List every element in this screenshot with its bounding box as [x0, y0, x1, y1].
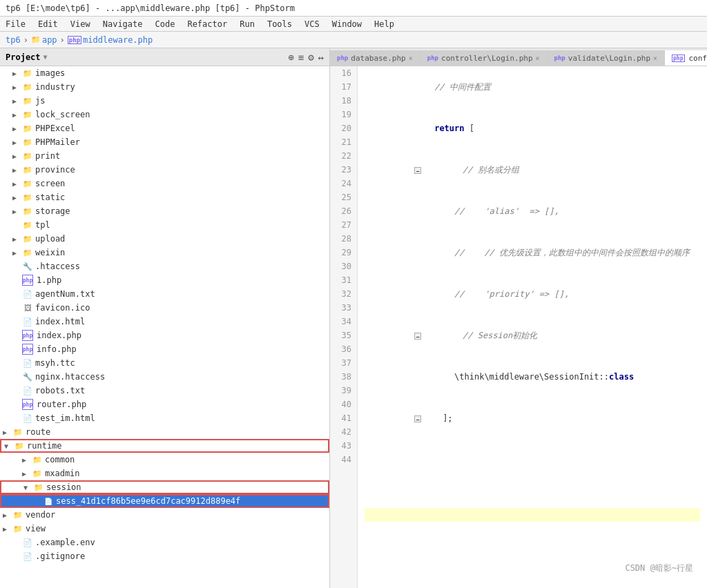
sess-file[interactable]: 📄 sess_41d1cf86b5ee9e6cd7cac9912d889e4f [0, 494, 329, 508]
list-item[interactable]: 🖼 favicon.ico [0, 301, 329, 315]
list-item[interactable]: ▶ 📁 screen [0, 177, 329, 190]
list-item[interactable]: ▶ 📁 PHPMailer [0, 135, 329, 149]
list-item[interactable]: ▶ 📁 vendor [0, 508, 329, 522]
arrow-icon: ▶ [3, 511, 12, 519]
file-label: sess_41d1cf86b5ee9e6cd7cac9912d889e4f [56, 496, 240, 506]
list-item[interactable]: 🔧 .htaccess [0, 259, 329, 273]
list-item[interactable]: php 1.php [0, 273, 329, 287]
folder-label: runtime [27, 441, 62, 451]
txt-file-icon: 📄 [22, 385, 33, 396]
arrow-icon: ▶ [12, 139, 22, 146]
list-item[interactable]: ▶ 📁 storage [0, 204, 329, 218]
close-icon[interactable]: × [409, 55, 413, 62]
list-item[interactable]: 📄 .gitignore [0, 549, 329, 563]
list-item[interactable]: 📁 tpl [0, 218, 329, 232]
sync-icon[interactable]: ≡ [298, 52, 304, 63]
tab-database[interactable]: php database.php × [330, 50, 420, 66]
list-item[interactable]: ▶ 📁 upload [0, 232, 329, 246]
file-label: nginx.htaccess [35, 372, 105, 382]
arrow-icon [12, 387, 22, 395]
arrow-icon: ▶ [12, 249, 22, 257]
menu-view[interactable]: View [68, 19, 93, 30]
folder-label: lock_screen [35, 110, 90, 119]
fold-marker-24[interactable]: − [414, 415, 421, 422]
settings-icon[interactable]: ⚙ [308, 52, 313, 63]
tab-label: database.php [351, 54, 405, 63]
menu-code[interactable]: Code [153, 19, 178, 30]
font-file-icon: 📄 [22, 357, 33, 369]
file-label: robots.txt [35, 386, 85, 395]
list-item[interactable]: 📄 .example.env [0, 536, 329, 549]
runtime-folder[interactable]: ▼ 📁 runtime [0, 439, 329, 453]
folder-label: common [45, 455, 75, 464]
list-item[interactable]: ▶ 📁 PHPExcel [0, 121, 329, 135]
arrow-icon [12, 373, 22, 381]
list-item[interactable]: ▶ 📁 common [0, 453, 329, 467]
code-line-17: return [ [365, 108, 700, 149]
tab-login-validate[interactable]: php validate\Login.php × [548, 50, 666, 66]
list-item[interactable]: ▶ 📁 weixin [0, 246, 329, 259]
list-item[interactable]: php router.php [0, 398, 329, 411]
file-label: test_im.html [35, 413, 95, 423]
list-item[interactable]: ▶ 📁 static [0, 190, 329, 204]
file-label: favicon.ico [35, 303, 90, 313]
menu-help[interactable]: Help [371, 19, 397, 30]
line-num-28: 28 [336, 232, 351, 246]
menu-file[interactable]: File [3, 19, 28, 30]
session-folder[interactable]: ▼ 📁 session [0, 480, 329, 494]
menu-window[interactable]: Window [329, 19, 365, 30]
menu-tools[interactable]: Tools [264, 19, 295, 30]
file-icon: 📄 [43, 496, 54, 507]
line-num-36: 36 [336, 342, 351, 356]
line-num-26: 26 [336, 204, 351, 218]
breadcrumb-app[interactable]: app [42, 35, 57, 45]
add-icon[interactable]: ⊕ [288, 52, 293, 63]
list-item[interactable]: 📄 index.html [0, 315, 329, 329]
php-tab-icon: php [672, 55, 684, 62]
list-item[interactable]: ▶ 📁 province [0, 163, 329, 177]
list-item[interactable]: ▶ 📁 images [0, 66, 329, 80]
breadcrumb-tp6[interactable]: tp6 [6, 35, 21, 45]
tab-login-controller[interactable]: php controller\Login.php × [420, 50, 548, 66]
list-item[interactable]: ▶ 📁 print [0, 149, 329, 163]
folder-label: industry [35, 82, 75, 92]
menu-navigate[interactable]: Navigate [100, 19, 146, 30]
breadcrumb: tp6 › 📁 app › php middleware.php [0, 32, 707, 48]
folder-icon: 📁 [22, 219, 33, 231]
fold-marker-18[interactable]: − [414, 167, 421, 174]
line-num-20: 20 [336, 121, 351, 135]
fold-marker-22[interactable]: − [414, 333, 421, 340]
panel-header-left: Project ▼ [6, 52, 48, 62]
menu-run[interactable]: Run [237, 19, 258, 30]
menu-vcs[interactable]: VCS [302, 19, 322, 30]
line-num-31: 31 [336, 273, 351, 287]
project-panel: Project ▼ ⊕ ≡ ⚙ ↔ ▶ 📁 images ▶ 📁 industr… [0, 48, 330, 588]
close-icon[interactable]: × [536, 55, 540, 62]
list-item[interactable]: ▶ 📁 lock_screen [0, 108, 329, 121]
menu-refactor[interactable]: Refactor [184, 19, 230, 30]
list-item[interactable]: ▶ 📁 industry [0, 80, 329, 94]
close-icon[interactable]: × [653, 55, 657, 62]
chevron-down-icon[interactable]: ▼ [43, 53, 48, 61]
list-item[interactable]: php index.php [0, 329, 329, 342]
expand-icon[interactable]: ↔ [318, 52, 324, 63]
list-item[interactable]: ▶ 📁 view [0, 522, 329, 536]
menu-edit[interactable]: Edit [35, 19, 61, 30]
panel-header: Project ▼ ⊕ ≡ ⚙ ↔ [0, 48, 329, 66]
list-item[interactable]: 📄 robots.txt [0, 384, 329, 398]
breadcrumb-file[interactable]: middleware.php [83, 35, 153, 45]
code-content[interactable]: // 中间件配置 return [ − // 别名或分组 // 'alias' … [358, 66, 707, 588]
config-file-icon: 🔧 [22, 371, 33, 382]
list-item[interactable]: 📄 test_im.html [0, 411, 329, 425]
list-item[interactable]: 📄 msyh.ttc [0, 356, 329, 370]
list-item[interactable]: php info.php [0, 342, 329, 356]
list-item[interactable]: 📄 agentNum.txt [0, 287, 329, 301]
code-line-23: \think\middleware\SessionInit::class [365, 356, 700, 398]
folder-icon: 📁 [12, 523, 23, 534]
list-item[interactable]: ▶ 📁 route [0, 425, 329, 439]
list-item[interactable]: ▶ 📁 mxadmin [0, 467, 329, 480]
tab-middleware[interactable]: php config\midd... × [665, 50, 707, 66]
list-item[interactable]: 🔧 nginx.htaccess [0, 370, 329, 384]
list-item[interactable]: ▶ 📁 js [0, 94, 329, 108]
folder-label: tpl [35, 220, 50, 230]
